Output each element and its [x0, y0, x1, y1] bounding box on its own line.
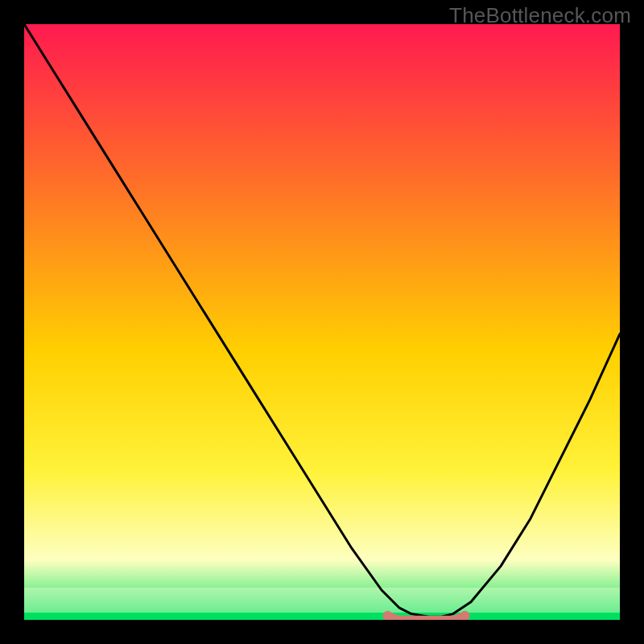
- chart-frame: TheBottleneck.com: [0, 0, 644, 644]
- plot-area: [24, 24, 620, 620]
- pale-band: [24, 588, 620, 613]
- green-baseline: [24, 613, 620, 620]
- optimal-zone-marker: [387, 616, 464, 620]
- chart-svg: [24, 24, 620, 620]
- watermark-text: TheBottleneck.com: [449, 3, 631, 28]
- gradient-background: [24, 24, 620, 620]
